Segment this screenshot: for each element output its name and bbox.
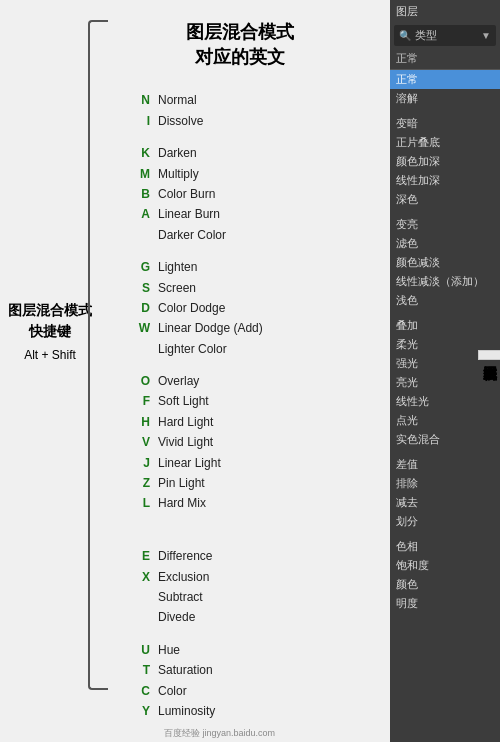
mode-divide: Divede [158,607,212,627]
key-empty3 [147,514,150,534]
mode-subtract: Subtract [158,587,212,607]
key-D: D [141,298,150,318]
panel-item-exclusion[interactable]: 排除 [390,474,500,493]
mode-group-5: E X Difference Exclusion Subtract Divede [130,546,390,628]
watermark: 百度经验 jingyan.baidu.com [164,727,275,740]
mode-exclusion: Exclusion [158,567,212,587]
key-empty5 [147,607,150,627]
shortcut-label: 图层混合模式 快捷键 Alt + Shift [8,300,92,362]
key-W: W [139,318,150,338]
mode-darken: Darken [158,143,226,163]
key-empty1 [147,225,150,245]
panel-item-linearlight[interactable]: 线性光 [390,392,500,411]
key-Z: Z [143,473,150,493]
keys-5: E X [130,546,158,628]
panel-item-lineardodge[interactable]: 线性减淡（添加） [390,272,500,291]
search-icon: 🔍 [399,30,411,41]
panel-item-colordodge[interactable]: 颜色减淡 [390,253,500,272]
mode-colorburn: Color Burn [158,184,226,204]
panel-item-linearburn[interactable]: 线性加深 [390,171,500,190]
mode-group-4: O F H V J Z L Overlay Soft Light Hard Li… [130,371,390,534]
mode-pinlight: Pin Light [158,473,221,493]
key-empty2 [147,339,150,359]
key-K: K [141,143,150,163]
big-bracket [88,20,108,690]
vertical-label: 图层混合模式 [478,350,500,360]
modes-5: Difference Exclusion Subtract Divede [158,546,212,628]
key-E: E [142,546,150,566]
panel-item-hardmix[interactable]: 实色混合 [390,430,500,449]
panel-item-multiply[interactable]: 正片叠底 [390,133,500,152]
mode-dissolve: Dissolve [158,111,203,131]
key-J: J [143,453,150,473]
modes-4: Overlay Soft Light Hard Light Vivid Ligh… [158,371,221,514]
keys-2: K M B A [130,143,158,245]
normal-header: 正常 [390,48,500,70]
mode-lineardodge: Linear Dodge (Add) [158,318,263,338]
key-empty4 [147,587,150,607]
keys-6: U T C Y [130,640,158,722]
key-C: C [141,681,150,701]
mode-color: Color [158,681,215,701]
key-T: T [143,660,150,680]
panel-item-hue[interactable]: 色相 [390,537,500,556]
modes-3: Lighten Screen Color Dodge Linear Dodge … [158,257,263,359]
modes-container: N I Normal Dissolve K M B A Dark [130,85,390,721]
keys-4: O F H V J Z L [130,371,158,534]
main-container: 图层混合模式 对应的英文 图层混合模式 快捷键 Alt + Shift N I … [0,0,500,742]
key-A: A [141,204,150,224]
panel-item-lighten[interactable]: 变亮 [390,215,500,234]
search-bar[interactable]: 🔍 类型 ▼ [394,25,496,46]
mode-colordodge: Color Dodge [158,298,263,318]
mode-screen: Screen [158,278,263,298]
mode-lightercolor: Lighter Color [158,339,263,359]
shortcut-cn2: 快捷键 [8,321,92,342]
key-B: B [141,184,150,204]
key-S: S [142,278,150,298]
title-line1: 图层混合模式 [90,20,390,45]
panel-item-overlay[interactable]: 叠加 [390,316,500,335]
key-H: H [141,412,150,432]
mode-difference: Difference [158,546,212,566]
right-panel: 图层 🔍 类型 ▼ 正常 正常 溶解 变暗 正片叠底 颜色加深 线性加深 深色 … [390,0,500,742]
key-V: V [142,432,150,452]
mode-group-1: N I Normal Dissolve [130,90,390,131]
mode-hue: Hue [158,640,215,660]
modes-1: Normal Dissolve [158,90,203,131]
panel-item-color[interactable]: 颜色 [390,575,500,594]
title-line2: 对应的英文 [90,45,390,70]
key-M: M [140,164,150,184]
panel-list: 正常 溶解 变暗 正片叠底 颜色加深 线性加深 深色 变亮 滤色 颜色减淡 线性… [390,70,500,742]
panel-item-subtract[interactable]: 减去 [390,493,500,512]
key-O: O [141,371,150,391]
title-block: 图层混合模式 对应的英文 [90,20,390,70]
left-area: 图层混合模式 对应的英文 图层混合模式 快捷键 Alt + Shift N I … [0,0,390,742]
mode-linearlight: Linear Light [158,453,221,473]
mode-softlight: Soft Light [158,391,221,411]
key-Y: Y [142,701,150,721]
mode-multiply: Multiply [158,164,226,184]
panel-item-darken[interactable]: 变暗 [390,114,500,133]
mode-vividlight: Vivid Light [158,432,221,452]
panel-item-colorburn[interactable]: 颜色加深 [390,152,500,171]
panel-item-pinlight[interactable]: 点光 [390,411,500,430]
panel-item-divide[interactable]: 划分 [390,512,500,531]
panel-item-darkercolor[interactable]: 深色 [390,190,500,209]
panel-item-normal[interactable]: 正常 [390,70,500,89]
mode-group-2: K M B A Darken Multiply Color Burn Linea… [130,143,390,245]
mode-group-3: G S D W Lighten Screen Color Dodge Linea… [130,257,390,359]
mode-hardmix: Hard Mix [158,493,221,513]
modes-2: Darken Multiply Color Burn Linear Burn D… [158,143,226,245]
key-G: G [141,257,150,277]
mode-overlay: Overlay [158,371,221,391]
panel-item-saturation[interactable]: 饱和度 [390,556,500,575]
panel-item-vividlight[interactable]: 亮光 [390,373,500,392]
panel-item-luminosity[interactable]: 明度 [390,594,500,613]
shortcut-cn1: 图层混合模式 [8,300,92,321]
panel-item-dissolve[interactable]: 溶解 [390,89,500,108]
mode-lighten: Lighten [158,257,263,277]
panel-item-lightercolor[interactable]: 浅色 [390,291,500,310]
mode-hardlight: Hard Light [158,412,221,432]
panel-item-difference[interactable]: 差值 [390,455,500,474]
panel-item-screen[interactable]: 滤色 [390,234,500,253]
